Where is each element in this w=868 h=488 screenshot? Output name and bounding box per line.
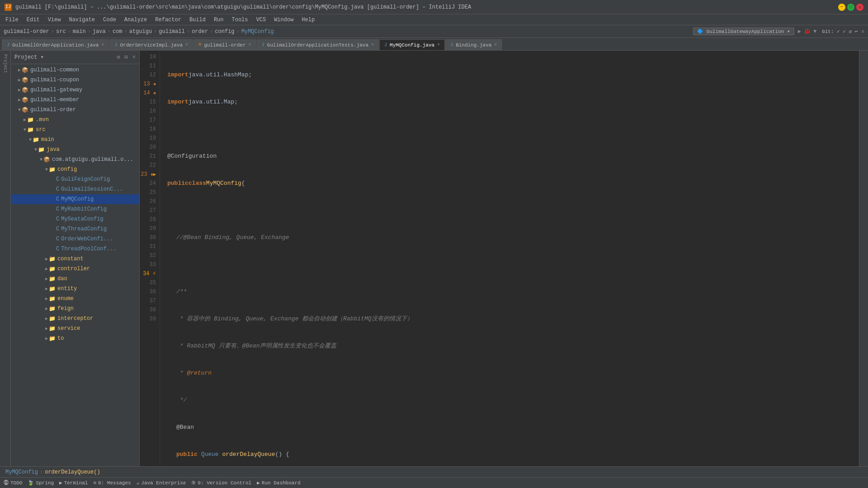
tab-close-icon[interactable]: × [101,42,104,47]
folder-icon: 📁 [38,146,45,153]
nav-src[interactable]: src [56,28,66,35]
tab-close-icon[interactable]: × [437,42,440,47]
menu-tools[interactable]: Tools [228,16,252,24]
arrow-icon: ▶ [45,256,48,262]
project-panel-toggle[interactable]: Project [3,54,8,73]
tree-item-interceptor[interactable]: ▶ 📁 interceptor [11,314,139,324]
tree-item-mythreadconfig[interactable]: C MyThreadConfig [11,224,139,234]
tab-orderserviceimpl[interactable]: J OrderServiceImpl.java × [109,39,193,50]
close-button[interactable]: ✕ [856,4,863,11]
tab-close-icon[interactable]: × [371,42,374,47]
menu-code[interactable]: Code [99,16,120,24]
minimap-panel [859,51,868,466]
package-icon: 📦 [43,156,50,163]
tree-item-constant[interactable]: ▶ 📁 constant [11,254,139,264]
tree-item-to[interactable]: ▶ 📁 to [11,333,139,343]
arrow-icon: ▼ [34,147,37,152]
tree-item-orderwebconfig[interactable]: C OrderWebConfi... [11,234,139,244]
tree-item-feign[interactable]: ▶ 📁 feign [11,304,139,314]
run-button[interactable]: ▶ [798,28,801,35]
todo-label: TODO [10,480,22,486]
menu-refactor[interactable]: Refactor [151,16,185,24]
tree-item-mymqconfig[interactable]: C MyMQConfig [11,194,139,204]
maximize-button[interactable]: □ [847,4,854,11]
tree-item-config[interactable]: ▼ 📁 config [11,164,139,174]
menu-edit[interactable]: Edit [23,16,43,24]
tab-label: Binding.java [456,42,491,48]
project-close-icon[interactable]: × [132,54,136,61]
tab-gulimallorderapplicationtests[interactable]: J GulimallOrderApplicationTests.java × [257,39,379,50]
nav-atguigu[interactable]: atguigu [129,28,152,35]
tree-item-package[interactable]: ▼ 📦 com.atguigu.gulimall.o... [11,155,139,164]
messages-label: 0: Messages [98,480,131,486]
tab-close-icon[interactable]: × [249,42,251,47]
tree-item-threadpoolconf[interactable]: C ThreadPoolConf... [11,244,139,254]
nav-mymqconfig[interactable]: MyMQConfig [241,28,274,35]
tree-item-enume[interactable]: ▶ 📁 enume [11,294,139,304]
tree-item-gulimall-common[interactable]: ▶ 📦 gulimall-common [11,65,139,75]
menu-navigate[interactable]: Navigate [65,16,99,24]
tree-item-dao[interactable]: ▶ 📁 dao [11,274,139,284]
tree-item-entity[interactable]: ▶ 📁 entity [11,284,139,294]
tree-item-gulifeignconfig[interactable]: C GuliFeignConfig [11,174,139,184]
spring-panel-button[interactable]: 🍃 Spring [28,480,54,486]
tree-item-gulimall-order[interactable]: ▼ 📦 gulimall-order [11,105,139,115]
menu-file[interactable]: File [2,16,22,24]
code-container[interactable]: 10 11 12 13 ✱ 14 ✱ 15 16 17 18 19 20 21 … [140,51,859,466]
tab-mymqconfig[interactable]: J MyMQConfig.java × [379,39,445,50]
tree-item-gulimall-coupon[interactable]: ▶ 📦 gulimall-coupon [11,75,139,85]
minimize-button[interactable]: ─ [838,4,845,11]
code-editor[interactable]: import java.util.HashMap; import java.ut… [160,51,859,466]
run-dashboard-button[interactable]: ▶ Run Dashboard [257,480,300,486]
tab-binding[interactable]: J Binding.java × [445,39,502,50]
messages-panel-button[interactable]: ≡ 0: Messages [93,480,131,486]
tree-item-myrabbitconfig[interactable]: C MyRabbitConfig [11,204,139,214]
menu-analyze[interactable]: Analyze [121,16,151,24]
tree-item-src[interactable]: ▼ 📁 src [11,125,139,135]
tab-close-icon[interactable]: × [185,42,188,47]
menu-build[interactable]: Build [186,16,209,24]
menu-view[interactable]: View [44,16,65,24]
tree-label: gulimall-gateway [30,87,82,93]
tab-gulimallorderapplication[interactable]: J GulimallOrderApplication.java × [2,39,109,50]
tree-label: to [57,335,64,342]
tree-label: MyThreadConfig [61,226,107,232]
tree-item-main[interactable]: ▼ 📁 main [11,135,139,145]
tree-item-java[interactable]: ▼ 📁 java [11,145,139,155]
project-collapse-icon[interactable]: ⊟ [125,54,128,61]
more-run-options[interactable]: ▼ [813,28,816,35]
tree-item-service[interactable]: ▶ 📁 service [11,324,139,333]
nav-order[interactable]: order [192,28,208,35]
tree-item-gulimall-member[interactable]: ▶ 📦 gulimall-member [11,95,139,105]
tree-label: dao [57,276,67,282]
tab-gulimallorder[interactable]: M gulimall-order × [193,39,256,50]
version-control-button[interactable]: ⑨ 9: Version Control [191,480,251,486]
tab-close-icon[interactable]: × [494,42,497,47]
tree-item-gulimall-gateway[interactable]: ▶ 📦 gulimall-gateway [11,85,139,95]
tree-item-mvn[interactable]: ▶ 📁 .mvn [11,115,139,125]
nav-com[interactable]: com [113,28,123,35]
nav-gulimall[interactable]: gulimall [159,28,185,35]
debug-button[interactable]: 🐞 [804,28,811,35]
menubar: File Edit View Navigate Code Analyze Ref… [0,14,868,25]
todo-panel-button[interactable]: ⓺ TODO [4,480,22,486]
tree-item-myseataconfig[interactable]: C MySeataConfig [11,214,139,224]
menu-run[interactable]: Run [210,16,227,24]
java-enterprise-button[interactable]: ☕ Java Enterprise [137,480,186,486]
nav-main[interactable]: main [73,28,86,35]
tab-label: GulimallOrderApplication.java [12,42,99,48]
folder-icon: 📁 [49,305,56,312]
code-line-18: /** [167,287,859,296]
line-num-33: 33 [140,260,156,269]
terminal-panel-button[interactable]: ▶ Terminal [59,480,88,486]
menu-window[interactable]: Window [270,16,297,24]
project-settings-icon[interactable]: ⚙ [117,54,120,61]
nav-java[interactable]: java [93,28,106,35]
run-config-selector[interactable]: 🔷 GulimallGatewayApplication ▾ [693,28,794,35]
nav-project[interactable]: gulimall-order [4,28,49,35]
nav-config[interactable]: config [215,28,234,35]
menu-help[interactable]: Help [298,16,318,24]
menu-vcs[interactable]: VCS [253,16,270,24]
tree-item-controller[interactable]: ▶ 📁 controller [11,264,139,274]
tree-item-gulimallsession[interactable]: C GulimallSessionC... [11,184,139,194]
